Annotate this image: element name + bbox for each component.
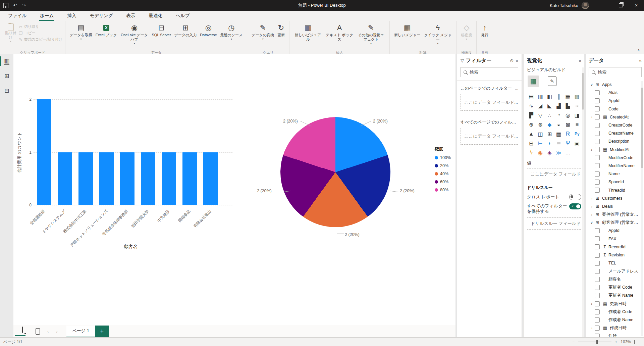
get-data-button[interactable]: ▤データを取得▾ xyxy=(70,23,92,41)
sql-server-button[interactable]: ⊟SQL Server xyxy=(152,23,171,37)
legend-item-20%[interactable]: 20% xyxy=(435,163,451,168)
menu-insert[interactable]: 挿入 xyxy=(66,11,77,20)
field-row-作成日時[interactable]: ›▦作成日時 xyxy=(589,324,642,332)
100-stacked-bar-chart-icon[interactable]: ▦ xyxy=(564,92,572,101)
collapse-pane-icon[interactable]: » xyxy=(639,58,642,63)
r-script-icon[interactable]: R xyxy=(564,130,572,138)
field-checkbox[interactable] xyxy=(595,309,600,314)
publish-button[interactable]: ↑発行 xyxy=(481,23,488,37)
onelake-data-hub-button[interactable]: ◉OneLake データ ハブ▾ xyxy=(120,23,149,45)
matrix-icon[interactable]: ▦ xyxy=(554,130,563,138)
menu-home[interactable]: ホーム xyxy=(39,11,54,20)
line-chart-icon[interactable]: ∿ xyxy=(527,101,535,110)
desktop-layout-button[interactable] xyxy=(15,327,25,336)
more-visual-effects-button[interactable]: ✎その他の視覚エフェクト▾ xyxy=(357,23,385,45)
restore-button[interactable] xyxy=(613,0,629,11)
field-row-更新者 Code[interactable]: 更新者 Code xyxy=(589,284,642,292)
field-row-SpaceId[interactable]: SpaceId xyxy=(589,178,642,186)
field-row-AppId[interactable]: AppId xyxy=(589,227,642,235)
field-checkbox[interactable] xyxy=(595,106,600,111)
save-icon[interactable] xyxy=(3,3,8,8)
bar-寺島総合法律事務所[interactable] xyxy=(120,152,135,205)
report-canvas[interactable]: 合計費用 のカウント 012 金都運総研ミヤタシステムズ株式会社中川工業戸田ネッ… xyxy=(13,54,455,325)
report-view-button[interactable]: ▥ xyxy=(0,54,13,68)
close-button[interactable]: × xyxy=(629,0,644,11)
clustered-bar-chart-icon[interactable]: ◧ xyxy=(545,92,554,101)
field-checkbox[interactable] xyxy=(595,334,600,337)
card-icon[interactable]: ⊠ xyxy=(564,120,572,129)
minimize-button[interactable]: – xyxy=(598,0,613,11)
field-checkbox[interactable] xyxy=(595,301,600,306)
pie-chart-visual[interactable]: 2 (20%)2 (20%)2 (20%)2 (20%)2 (20%) 確度 1… xyxy=(255,114,455,248)
field-checkbox[interactable] xyxy=(595,293,600,298)
bar-有限会社亀山[interactable] xyxy=(203,152,218,205)
collapse-pane-icon[interactable]: » xyxy=(516,58,518,63)
slicer-icon[interactable]: ◫ xyxy=(536,130,544,138)
field-row-作成者 Name[interactable]: 作成者 Name xyxy=(589,316,642,324)
menu-optimize[interactable]: 最適化 xyxy=(148,11,163,20)
collapse-ribbon-icon[interactable]: ∧ xyxy=(637,48,640,52)
cross-report-toggle[interactable] xyxy=(569,194,581,200)
field-checkbox[interactable] xyxy=(595,139,600,144)
zoom-slider[interactable] xyxy=(578,342,611,342)
field-checkbox[interactable] xyxy=(595,131,600,136)
enter-data-button[interactable]: ⊞データの入力 xyxy=(174,23,197,37)
menu-help[interactable]: ヘルプ xyxy=(175,11,190,20)
line-clustered-column-chart-icon[interactable]: ▙ xyxy=(564,101,572,110)
field-checkbox[interactable] xyxy=(595,188,600,193)
pie-chart-icon[interactable]: ◔ xyxy=(554,111,563,119)
power-platform-icon[interactable]: ≫ xyxy=(554,148,563,157)
button-slicer-icon[interactable]: ⊟ xyxy=(527,139,535,148)
arcgis-map-icon[interactable]: ◉ xyxy=(536,148,544,157)
field-checkbox[interactable] xyxy=(595,285,600,290)
chevron-right-icon[interactable]: › xyxy=(589,148,595,152)
field-checkbox[interactable] xyxy=(595,326,600,331)
page-filter-dropzone[interactable]: ここにデータ フィールド... xyxy=(461,94,518,111)
field-checkbox[interactable] xyxy=(595,244,600,249)
field-row-Revision[interactable]: ΣRevision xyxy=(589,251,642,259)
field-row-更新者 Name[interactable]: 更新者 Name xyxy=(589,292,642,300)
table-row-Apps[interactable]: ∨⊞Apps xyxy=(589,81,642,89)
field-row-住所[interactable]: 住所 xyxy=(589,332,642,337)
legend-item-40%[interactable]: 40% xyxy=(435,171,451,176)
build-visual-tab[interactable]: ▦ xyxy=(528,76,539,87)
format-visual-tab[interactable]: ✎ xyxy=(548,77,556,86)
add-page-button[interactable]: + xyxy=(95,326,109,338)
zoom-in-button[interactable]: + xyxy=(615,340,617,344)
field-checkbox[interactable] xyxy=(595,253,600,258)
bar-戸田ネットソリューションズ[interactable] xyxy=(99,152,114,205)
field-checkbox[interactable] xyxy=(595,180,600,185)
table-view-button[interactable]: ⊞ xyxy=(0,68,13,83)
area-chart-icon[interactable]: ◢ xyxy=(536,101,544,110)
refresh-button[interactable]: ↻更新 xyxy=(277,23,285,37)
field-row-Alias[interactable]: Alias xyxy=(589,89,642,97)
line-stacked-column-chart-icon[interactable]: ▟ xyxy=(554,101,563,110)
undo-icon[interactable]: ↶ xyxy=(13,2,17,8)
kpi-icon[interactable]: ▲ xyxy=(527,130,535,138)
table-row-案件管理 (営業支援...[interactable]: ›⊞案件管理 (営業支援... xyxy=(589,210,642,218)
field-row-RecordId[interactable]: ΣRecordId xyxy=(589,243,642,251)
filled-map-icon[interactable]: ⊛ xyxy=(536,120,544,129)
waterfall-chart-icon[interactable]: ▛ xyxy=(527,111,535,119)
table-icon[interactable]: ⊞ xyxy=(545,130,554,138)
field-checkbox[interactable] xyxy=(595,228,600,233)
field-row-Description[interactable]: Description xyxy=(589,137,642,145)
values-dropzone[interactable]: ここにデータ フィールド... xyxy=(527,168,581,180)
table-row-Customers[interactable]: ›⊞Customers xyxy=(589,194,642,202)
table-row-Deals[interactable]: ›⊞Deals xyxy=(589,202,642,210)
bar-株式会社中川工業[interactable] xyxy=(78,152,93,205)
field-row-CreatedAt[interactable]: ›▦CreatedAt xyxy=(589,113,642,121)
text-box-button[interactable]: Aテキスト ボックス xyxy=(325,23,354,42)
azure-map-icon[interactable]: ◆ xyxy=(545,120,554,129)
field-checkbox[interactable] xyxy=(595,171,600,177)
gauge-icon[interactable]: ◒ xyxy=(554,120,563,129)
decomposition-tree-icon[interactable]: ⊢ xyxy=(536,139,544,148)
field-row-メールアドレス[interactable]: メールアドレス xyxy=(589,267,642,275)
field-row-Name[interactable]: Name xyxy=(589,170,642,178)
treemap-icon[interactable]: ◨ xyxy=(573,111,581,119)
legend-item-60%[interactable]: 60% xyxy=(435,180,451,184)
field-row-ThreadId[interactable]: ThreadId xyxy=(589,186,642,194)
python-script-icon[interactable]: Py xyxy=(573,130,581,138)
bar-中丸建設[interactable] xyxy=(162,152,176,205)
paginated-report-icon[interactable]: ▣ xyxy=(573,139,581,148)
